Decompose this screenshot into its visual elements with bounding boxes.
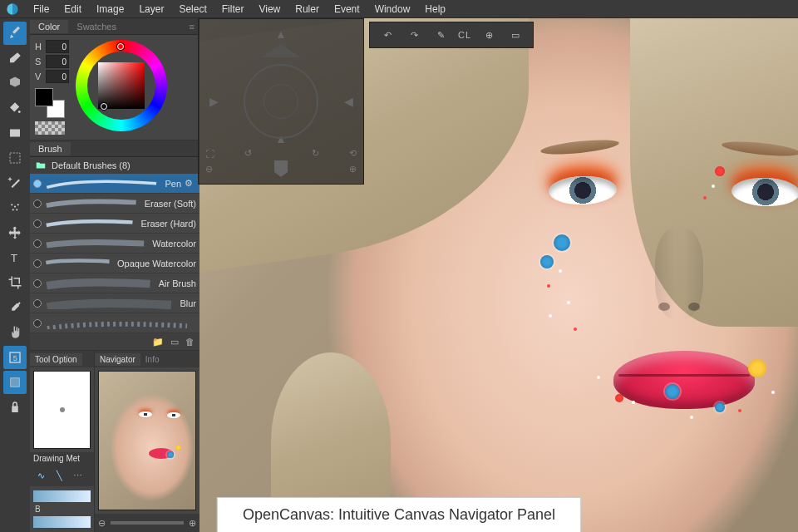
brush-item-opaque-watercolor[interactable]: Opaque Watercolor <box>30 254 200 273</box>
menu-select[interactable]: Select <box>172 2 213 17</box>
s-input[interactable] <box>46 55 69 68</box>
svg-rect-10 <box>11 378 20 387</box>
b-label: B <box>35 505 91 514</box>
swatches-tab[interactable]: Swatches <box>68 20 125 33</box>
brush-tab[interactable]: Brush <box>30 142 71 155</box>
zoom-out-nav-icon[interactable]: ⊖ <box>205 164 213 175</box>
reset-rotation-icon[interactable]: ⟲ <box>349 148 357 159</box>
gradient-preview-1[interactable] <box>33 490 91 502</box>
zoom-out-icon[interactable]: ⊖ <box>98 518 106 529</box>
mode-line-icon[interactable]: ╲ <box>52 468 66 483</box>
s-label: S <box>35 57 43 66</box>
move-tool[interactable] <box>3 221 27 244</box>
crop-tool[interactable] <box>3 271 27 294</box>
menu-ruler[interactable]: Ruler <box>288 2 326 17</box>
h-input[interactable] <box>46 40 69 53</box>
tool-option-tab[interactable]: Tool Option <box>30 353 82 366</box>
color-wheel[interactable] <box>76 40 167 131</box>
menu-help[interactable]: Help <box>418 2 452 17</box>
nav-left-icon[interactable]: ▶ <box>205 93 222 110</box>
rotate-ccw-icon[interactable]: ↺ <box>244 148 252 159</box>
brush-preview-box <box>33 371 91 449</box>
gradient-preview-2[interactable] <box>33 516 91 528</box>
menubar: File Edit Image Layer Select Filter View… <box>0 0 798 18</box>
nav-marker-icon[interactable] <box>274 160 288 177</box>
brush-tool[interactable] <box>3 22 27 45</box>
brush-item-extra[interactable] <box>30 313 200 333</box>
color-tab[interactable]: Color <box>30 20 68 33</box>
drawing-method-label: Drawing Met <box>30 452 94 465</box>
shape-tool-3d[interactable] <box>3 71 27 95</box>
nav-up-icon[interactable]: ▲ <box>273 26 289 42</box>
gear-icon[interactable]: ⚙ <box>185 178 196 189</box>
mode-dot-icon[interactable]: ⋯ <box>70 468 85 483</box>
menu-event[interactable]: Event <box>328 2 367 17</box>
frame-a-tool[interactable]: 5 <box>3 346 27 369</box>
redo-icon[interactable]: ↷ <box>405 26 423 44</box>
svg-rect-0 <box>10 130 20 137</box>
fg-color-swatch[interactable] <box>35 88 53 106</box>
lock-tool[interactable] <box>3 396 27 419</box>
eraser-tool[interactable] <box>3 47 27 70</box>
new-brush-icon[interactable]: ▭ <box>170 337 179 347</box>
v-label: V <box>35 71 43 81</box>
wand-tool[interactable] <box>3 171 27 195</box>
bucket-tool[interactable] <box>3 96 27 120</box>
fg-bg-swatches[interactable] <box>35 88 65 118</box>
menu-view[interactable]: View <box>252 2 287 17</box>
info-tab[interactable]: Info <box>140 353 165 366</box>
rotate-cw-icon[interactable]: ↻ <box>312 148 319 159</box>
eyedropper-tool[interactable] <box>3 296 27 319</box>
app-logo <box>5 2 20 17</box>
transparency-swatch[interactable] <box>35 121 65 135</box>
nav-wedge-icon[interactable] <box>261 44 301 57</box>
spray-tool[interactable] <box>3 196 27 219</box>
side-panels: Color Swatches ≡ H S V <box>30 18 200 532</box>
brush-item-watercolor[interactable]: Watercolor <box>30 234 200 254</box>
folder-icon[interactable]: 📁 <box>152 337 164 347</box>
delete-brush-icon[interactable]: 🗑 <box>185 337 195 347</box>
rect-tool[interactable] <box>3 121 27 145</box>
frame-b-tool[interactable] <box>3 371 27 394</box>
menu-filter[interactable]: Filter <box>215 2 251 17</box>
marquee-tool[interactable] <box>3 146 27 170</box>
navigator-thumbnail[interactable] <box>98 371 196 510</box>
menu-layer[interactable]: Layer <box>132 2 170 17</box>
nav-center-ring[interactable] <box>244 64 318 139</box>
brush-item-blur[interactable]: Blur <box>30 293 200 313</box>
hand-tool[interactable] <box>3 321 27 344</box>
brush-item-eraser-hard[interactable]: Eraser (Hard) <box>30 214 200 234</box>
zoom-in-icon[interactable]: ⊕ <box>189 518 196 529</box>
cl-label[interactable]: CL <box>458 30 471 40</box>
svg-point-6 <box>16 209 17 210</box>
floating-navigator[interactable]: ▲ ▲ ▶ ◀ ⛶ ↺ ↻ ⟲ ⊖ ⊕ <box>198 18 364 185</box>
brush-item-eraser-soft[interactable]: Eraser (Soft) <box>30 194 200 214</box>
text-tool[interactable]: T <box>3 246 27 269</box>
brush-item-pen[interactable]: Pen ⚙ <box>30 174 200 194</box>
undo-icon[interactable]: ↶ <box>378 26 397 44</box>
brush-panel: Brush Default Brushes (8) Pen ⚙ Eraser (… <box>30 140 200 351</box>
nav-right-icon[interactable]: ◀ <box>340 93 357 110</box>
fit-screen-icon[interactable]: ⛶ <box>205 149 214 159</box>
toolbar: T 5 <box>0 18 30 532</box>
zoom-in-nav-icon[interactable]: ⊕ <box>349 164 357 175</box>
brush-folder[interactable]: Default Brushes (8) <box>30 157 200 174</box>
brush-list: Pen ⚙ Eraser (Soft) Eraser (Hard) Waterc <box>30 174 200 333</box>
zoom-slider[interactable] <box>111 521 184 525</box>
menu-window[interactable]: Window <box>368 2 417 17</box>
pencil-icon[interactable]: ✎ <box>431 26 450 44</box>
v-input[interactable] <box>46 70 69 83</box>
menu-image[interactable]: Image <box>90 2 131 17</box>
target-icon[interactable]: ⊕ <box>480 26 498 44</box>
panel-icon[interactable]: ▭ <box>506 26 525 44</box>
brush-item-airbrush[interactable]: Air Brush <box>30 273 200 293</box>
mode-curve-icon[interactable]: ∿ <box>33 468 48 483</box>
tool-option-panel: Tool Option Drawing Met ∿ ╲ ⋯ B <box>30 351 95 532</box>
navigator-tab[interactable]: Navigator <box>95 353 140 366</box>
svg-rect-1 <box>10 153 20 163</box>
menu-file[interactable]: File <box>27 2 56 17</box>
canvas-top-toolbar: ↶ ↷ ✎ CL ⊕ ▭ <box>369 22 534 48</box>
menu-edit[interactable]: Edit <box>57 2 88 17</box>
svg-text:T: T <box>11 252 17 264</box>
svg-text:5: 5 <box>13 354 17 362</box>
